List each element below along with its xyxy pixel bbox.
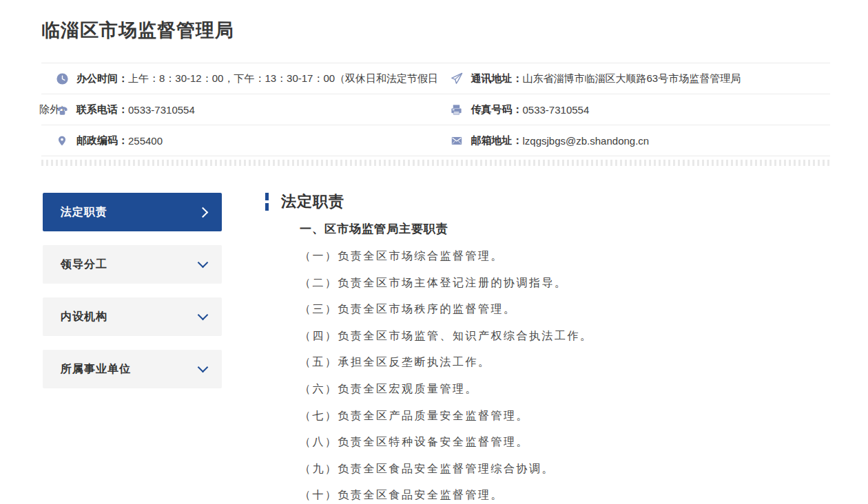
contact-row: 邮政编码： 255400 邮箱地址： lzqgsjbgs@zb.shandong… [41, 125, 830, 156]
duty-item: （五）承担全区反垄断执法工作。 [300, 349, 837, 376]
fax-value: 0533-7310554 [523, 104, 590, 116]
clock-icon [55, 72, 69, 85]
duties-list: （一）负责全区市场综合监督管理。 （二）负责全区市场主体登记注册的协调指导。 （… [300, 243, 837, 504]
duty-item: （四）负责全区市场监管、知识产权综合执法工作。 [300, 323, 837, 350]
chevron-down-icon [198, 310, 209, 321]
address-value: 山东省淄博市临淄区大顺路63号市场监督管理局 [523, 72, 741, 85]
envelope-icon [450, 134, 464, 147]
sidebar-item-label: 领导分工 [61, 258, 107, 272]
section-subheading: 一、区市场监管局主要职责 [300, 221, 837, 237]
phone-label: 联系电话： [76, 103, 128, 116]
phone-value: 0533-7310554 [128, 104, 195, 116]
email-value: lzqgsjbgs@zb.shandong.cn [523, 135, 650, 147]
chevron-down-icon [198, 258, 209, 269]
duty-item: （七）负责全区产品质量安全监督管理。 [300, 403, 837, 430]
contact-info-panel: 办公时间： 上午：8：30-12：00，下午：13：30-17：00（双休日和法… [41, 63, 830, 156]
navigation-icon [450, 72, 464, 85]
sidebar-menu: 法定职责 领导分工 内设机构 所属事业单位 [43, 193, 222, 402]
address-item: 通讯地址： 山东省淄博市临淄区大顺路63号市场监督管理局 [436, 63, 831, 94]
chevron-right-icon [198, 207, 209, 218]
location-pin-icon [55, 134, 69, 147]
office-hours-item: 办公时间： 上午：8：30-12：00，下午：13：30-17：00（双休日和法… [41, 63, 436, 94]
sidebar-item-label: 法定职责 [61, 205, 107, 220]
postcode-label: 邮政编码： [76, 134, 128, 147]
striped-divider [41, 160, 830, 166]
duty-item: （九）负责全区食品安全监督管理综合协调。 [300, 456, 837, 483]
postcode-value: 255400 [128, 135, 163, 147]
main-content: 法定职责 一、区市场监管局主要职责 （一）负责全区市场综合监督管理。 （二）负责… [265, 191, 837, 504]
sidebar-item-label: 所属事业单位 [61, 362, 131, 377]
sidebar-item-affiliated-institutions[interactable]: 所属事业单位 [43, 350, 222, 388]
page-title: 临淄区市场监督管理局 [41, 18, 234, 43]
fax-icon [450, 103, 464, 116]
email-label: 邮箱地址： [471, 134, 523, 147]
chevron-down-icon [198, 362, 209, 373]
sidebar-item-label: 内设机构 [61, 310, 107, 324]
duty-item: （十）负责全区食品安全监督管理。 [300, 482, 837, 504]
sidebar-item-internal-departments[interactable]: 内设机构 [43, 297, 222, 336]
duty-item: （一）负责全区市场综合监督管理。 [300, 243, 837, 270]
sidebar-item-statutory-duties[interactable]: 法定职责 [43, 193, 222, 231]
phone-item: 联系电话： 0533-7310554 [41, 94, 436, 125]
phone-icon [55, 103, 69, 116]
section-heading-row: 法定职责 [265, 191, 837, 212]
email-item: 邮箱地址： lzqgsjbgs@zb.shandong.cn [436, 125, 831, 156]
address-label: 通讯地址： [471, 72, 523, 85]
heading-marker-bar [265, 193, 269, 211]
duty-item: （二）负责全区市场主体登记注册的协调指导。 [300, 270, 837, 297]
office-hours-value: 上午：8：30-12：00，下午：13：30-17：00（双休日和法定节假日 [128, 72, 438, 85]
contact-row: 办公时间： 上午：8：30-12：00，下午：13：30-17：00（双休日和法… [41, 63, 830, 94]
postcode-item: 邮政编码： 255400 [41, 125, 436, 156]
contact-row: 除外） 联系电话： 0533-7310554 传真号码： 0533-731055… [41, 94, 830, 125]
duty-item: （六）负责全区宏观质量管理。 [300, 376, 837, 403]
sidebar-item-leadership-division[interactable]: 领导分工 [43, 245, 222, 284]
duty-item: （八）负责全区特种设备安全监督管理。 [300, 429, 837, 456]
office-hours-label: 办公时间： [76, 72, 128, 85]
fax-item: 传真号码： 0533-7310554 [436, 94, 831, 125]
duty-item: （三）负责全区市场秩序的监督管理。 [300, 296, 837, 323]
section-heading: 法定职责 [281, 191, 344, 212]
fax-label: 传真号码： [471, 103, 523, 116]
